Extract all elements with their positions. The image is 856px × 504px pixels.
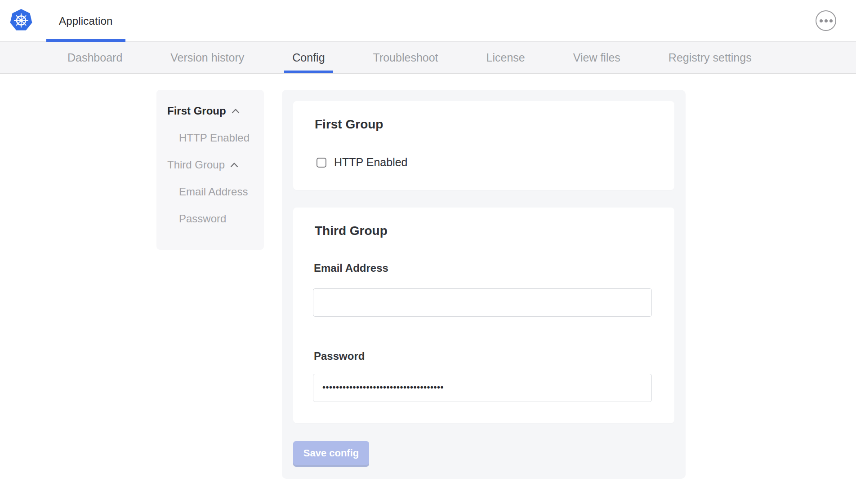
password-masked-value: •••••••••••••••••••••••••••••••••••• [322,383,444,392]
config-group-card-third: Third Group Email Address Password •••••… [293,208,674,423]
tab-license[interactable]: License [486,42,525,73]
password-label: Password [314,350,365,363]
tab-application-label: Application [59,15,113,27]
ellipsis-dot [820,19,823,22]
admin-console-page: Application Dashboard Version history Co… [0,0,856,504]
overflow-menu-button[interactable] [816,10,836,31]
email-input[interactable] [313,288,652,317]
config-groups-sidebar: First Group HTTP Enabled Third Group Ema… [156,90,264,250]
active-tab-underline [46,39,125,42]
chevron-up-icon [229,161,239,169]
sidebar-item-third-group[interactable]: Third Group [167,159,256,171]
password-input[interactable]: •••••••••••••••••••••••••••••••••••• [313,374,652,402]
config-group-card-first: First Group HTTP Enabled [293,101,674,190]
tab-config[interactable]: Config [292,42,325,73]
kubernetes-logo-icon [10,9,32,31]
ellipsis-dot [829,19,833,22]
group-title-third: Third Group [315,224,388,238]
http-enabled-checkbox[interactable] [317,158,326,168]
http-enabled-label: HTTP Enabled [334,156,408,169]
app-header: Application [0,0,856,42]
sidebar-item-http-enabled[interactable]: HTTP Enabled [167,132,256,144]
sidebar-item-password[interactable]: Password [167,212,256,225]
tab-troubleshoot[interactable]: Troubleshoot [373,42,438,73]
tab-registry-settings[interactable]: Registry settings [669,42,752,73]
ellipsis-dot [825,19,828,22]
email-address-label: Email Address [314,262,388,274]
http-enabled-checkbox-row[interactable]: HTTP Enabled [317,156,408,169]
tab-view-files[interactable]: View files [573,42,620,73]
save-config-button[interactable]: Save config [293,441,369,465]
tab-dashboard[interactable]: Dashboard [67,42,122,73]
group-title-first: First Group [315,117,383,132]
tab-version-history[interactable]: Version history [170,42,244,73]
chevron-up-icon [231,107,241,115]
app-subnav: Dashboard Version history Config Trouble… [0,42,856,74]
sidebar-item-first-group[interactable]: First Group [167,105,256,117]
config-panel: First Group HTTP Enabled Third Group Ema… [282,90,686,479]
sidebar-item-email-address[interactable]: Email Address [167,186,256,198]
tab-application[interactable]: Application [46,0,125,42]
